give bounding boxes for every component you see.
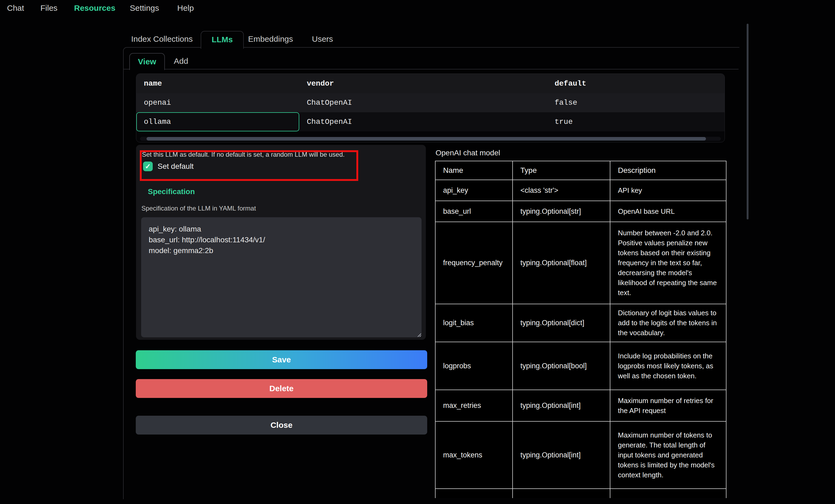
model-col-type: Type [513,161,610,180]
model-cell-description: API key [610,180,726,201]
set-default-checkbox-row[interactable]: ✓ Set default [143,162,194,171]
llm-table: name vendor default openaiChatOpenAIfals… [136,74,725,142]
nav-item-help[interactable]: Help [177,0,194,16]
page-vscrollbar-thumb[interactable] [747,24,749,219]
set-default-checkbox[interactable]: ✓ [143,162,153,171]
llm-detail-card: Set this LLM as default. If no default i… [136,145,426,340]
model-cell-name: max_retries [435,390,513,422]
model-panel-title: OpenAI chat model [435,149,500,157]
delete-button[interactable]: Delete [136,379,427,398]
llm-table-row[interactable]: ollamaChatOpenAItrue [136,112,725,131]
llm-cell-vendor[interactable]: ChatOpenAI [299,112,547,131]
resize-handle-icon[interactable] [415,331,422,338]
set-default-note: Set this LLM as default. If no default i… [142,151,349,158]
llm-cell-default[interactable]: true [547,112,724,131]
specification-heading: Specification [148,187,195,196]
llm-col-name: name [136,74,299,93]
model-cell-type: typing.Optional[bool] [513,342,610,390]
nav-item-resources[interactable]: Resources [74,0,115,16]
model-table-row: frequency_penaltytyping.Optional[float]N… [435,222,726,304]
model-table-row: logprobstyping.Optional[bool]Include log… [435,342,726,390]
llm-table-header: name vendor default [136,74,725,93]
model-cell-type: typing.Optional[int] [513,422,610,489]
llm-cell-default[interactable]: false [547,93,724,112]
app-screen: Chat Files Resources Settings Help Index… [0,0,835,504]
set-default-label: Set default [158,162,194,171]
model-cell-description: Number between -2.0 and 2.0. Positive va… [610,222,726,304]
model-cell-description: Maximum number of tokens to generate. Th… [610,422,726,489]
checkmark-icon: ✓ [145,162,151,171]
model-cell-description: Include log probabilities on the logprob… [610,342,726,390]
model-col-name: Name [435,161,513,180]
subtab-view[interactable]: View [129,53,165,70]
llm-cell-vendor[interactable]: ChatOpenAI [299,93,547,112]
model-cell-type: typing.Optional[dict] [513,304,610,342]
nav-item-files[interactable]: Files [40,0,57,16]
model-table-row: max_retriestyping.Optional[int]Maximum n… [435,390,726,422]
model-cell-description: Dictionary of logit bias values to add t… [610,304,726,342]
model-cell-name: logit_bias [435,304,513,342]
nav-item-settings[interactable]: Settings [130,0,159,16]
model-col-description: Description [610,161,726,180]
save-button[interactable]: Save [136,350,427,369]
llm-cell-name[interactable]: openai [136,93,299,112]
model-cell-type: typing.Optional[str] [513,201,610,222]
top-nav: Chat Files Resources Settings Help [0,0,835,16]
nav-item-chat[interactable]: Chat [7,0,24,16]
model-cell-type: typing.Optional[float] [513,222,610,304]
model-cell-name: logprobs [435,342,513,390]
yaml-spec-textarea[interactable]: api_key: ollama base_url: http://localho… [141,217,422,337]
model-cell-description: Maximum number of retries for the API re… [610,390,726,422]
tab-users[interactable]: Users [312,31,333,47]
model-table-row: logit_biastyping.Optional[dict]Dictionar… [435,304,726,342]
tab-llms[interactable]: LLMs [201,31,244,49]
model-cell-description: OpenAI base URL [610,201,726,222]
model-cell-name: base_url [435,201,513,222]
model-table-row: max_tokenstyping.Optional[int]Maximum nu… [435,422,726,489]
model-cell-type: typing.Optional[int] [513,390,610,422]
llm-table-row[interactable]: openaiChatOpenAIfalse [136,93,725,112]
subtab-add[interactable]: Add [164,53,198,69]
close-button[interactable]: Close [136,416,427,435]
model-table-row: base_urltyping.Optional[str]OpenAI base … [435,201,726,222]
llm-table-hscrollbar-thumb[interactable] [146,137,706,141]
model-param-table: Name Type Description api_key<class 'str… [435,161,727,498]
subtab-divider [124,69,738,69]
model-cell-name: api_key [435,180,513,201]
llm-cell-name[interactable]: ollama [136,112,299,131]
model-table-row: api_key<class 'str'>API key [435,180,726,201]
llm-table-hscrollbar-track[interactable] [140,137,721,141]
llm-col-vendor: vendor [299,74,547,93]
specification-caption: Specification of the LLM in YAML format [141,205,256,212]
model-cell-name: max_tokens [435,422,513,489]
model-table-partial-row [435,489,726,498]
tab-index-collections[interactable]: Index Collections [131,31,192,47]
model-table-header: Name Type Description [435,161,726,180]
model-cell-type: <class 'str'> [513,180,610,201]
tab-embeddings[interactable]: Embeddings [248,31,293,47]
llm-col-default: default [547,74,724,93]
model-cell-name: frequency_penalty [435,222,513,304]
